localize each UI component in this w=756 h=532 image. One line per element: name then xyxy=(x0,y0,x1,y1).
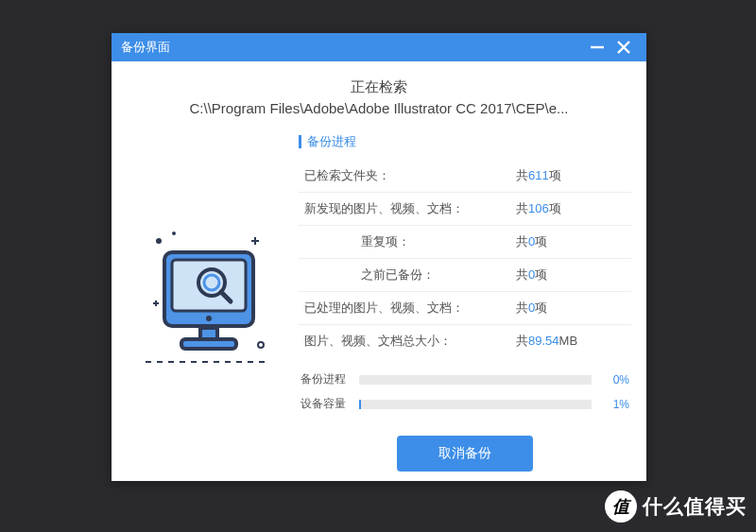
status-text: 正在检索 xyxy=(130,78,627,96)
progress-bar xyxy=(359,375,592,385)
row-prev-backup: 之前已备份： 共0项 xyxy=(299,258,631,291)
row-duplicate: 重复项： 共0项 xyxy=(299,225,631,258)
illustration xyxy=(115,129,299,472)
row-label: 新发现的图片、视频、文档： xyxy=(301,200,516,217)
header: 正在检索 C:\\Program Files\Adobe\Adobe Illus… xyxy=(112,61,646,129)
backup-dialog: 备份界面 正在检索 C:\\Program Files\Adobe\Adobe … xyxy=(112,33,646,481)
progress-percent: 0% xyxy=(592,373,629,386)
progress-backup: 备份进程 0% xyxy=(301,371,629,387)
row-value: 共106项 xyxy=(516,200,629,217)
titlebar: 备份界面 xyxy=(112,33,646,61)
window-title: 备份界面 xyxy=(121,39,170,56)
row-label: 已检索文件夹： xyxy=(301,167,516,184)
progress-bar xyxy=(359,400,592,409)
progress-label: 设备容量 xyxy=(301,396,359,412)
svg-point-3 xyxy=(156,238,162,244)
row-value: 共0项 xyxy=(516,300,629,317)
minimize-button[interactable] xyxy=(584,39,610,56)
row-value: 共0项 xyxy=(516,233,629,250)
watermark-badge: 值 xyxy=(605,490,637,523)
row-label: 已处理的图片、视频、文档： xyxy=(301,300,516,317)
section-title: 备份进程 xyxy=(299,133,631,150)
svg-point-11 xyxy=(206,316,212,321)
svg-point-4 xyxy=(172,232,176,235)
row-value: 共89.54MB xyxy=(516,333,629,350)
row-label: 之前已备份： xyxy=(301,266,516,283)
progress-panel: 备份进程 已检索文件夹： 共611项 新发现的图片、视频、文档： 共106项 重… xyxy=(299,129,631,472)
progress-device: 设备容量 1% xyxy=(301,396,629,412)
watermark: 值 什么值得买 xyxy=(605,490,747,523)
row-found: 新发现的图片、视频、文档： 共106项 xyxy=(299,192,631,225)
svg-rect-16 xyxy=(181,339,236,349)
row-processed: 已处理的图片、视频、文档： 共0项 xyxy=(299,291,631,324)
progress-label: 备份进程 xyxy=(301,371,359,387)
row-value: 共0项 xyxy=(516,266,629,283)
svg-rect-10 xyxy=(172,260,246,311)
current-path: C:\\Program Files\Adobe\Adobe Illustrato… xyxy=(130,100,627,116)
cancel-backup-button[interactable]: 取消备份 xyxy=(397,436,533,472)
row-label: 重复项： xyxy=(301,233,516,250)
row-total-size: 图片、视频、文档总大小： 共89.54MB xyxy=(299,324,631,357)
monitor-search-icon xyxy=(136,220,278,390)
watermark-text: 什么值得买 xyxy=(643,493,747,520)
row-label: 图片、视频、文档总大小： xyxy=(301,333,516,350)
progress-percent: 1% xyxy=(592,398,629,411)
svg-point-18 xyxy=(258,342,264,348)
row-value: 共611项 xyxy=(516,167,629,184)
row-scanned: 已检索文件夹： 共611项 xyxy=(299,160,631,192)
close-button[interactable] xyxy=(610,39,637,56)
